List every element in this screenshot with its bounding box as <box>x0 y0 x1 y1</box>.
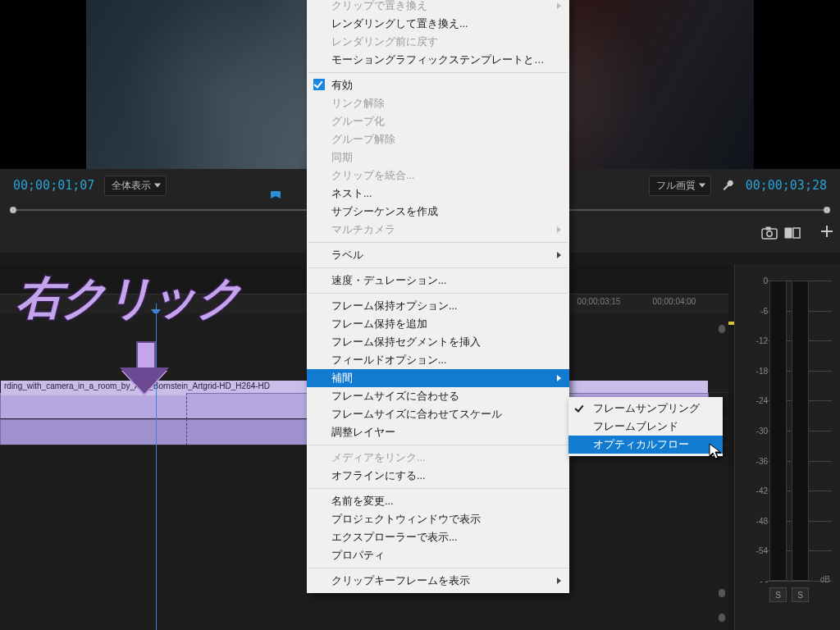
annotation-arrow-icon <box>121 341 167 399</box>
chevron-right-icon <box>557 2 561 9</box>
export-frame-icon[interactable] <box>761 226 781 244</box>
menu-item[interactable]: オフラインにする... <box>307 467 569 485</box>
menu-item[interactable]: レンダリングして置き換え... <box>307 15 569 33</box>
ruler-tick: 00;00;03;15 <box>578 297 621 306</box>
meter-grad-label: -54 <box>745 546 768 555</box>
solo-left-button[interactable]: S <box>769 587 787 602</box>
source-timecode[interactable]: 00;00;01;07 <box>13 178 94 193</box>
meter-grad-label: -12 <box>745 336 768 345</box>
meter-grad-label: 0 <box>745 276 768 285</box>
svg-rect-2 <box>766 227 770 230</box>
tracks-scrollbar[interactable] <box>719 325 725 622</box>
menu-item[interactable]: 調整レイヤー <box>307 423 569 441</box>
chevron-right-icon <box>557 375 561 381</box>
meter-channel-r <box>792 281 809 581</box>
menu-item[interactable]: モーショングラフィックステンプレートとして書き出し... <box>307 51 569 69</box>
menu-item[interactable]: ラベル <box>307 246 569 264</box>
svg-rect-4 <box>793 228 800 238</box>
submenu-item[interactable]: フレームブレンド <box>568 418 723 436</box>
ruler-tick: 00;00;04;00 <box>653 297 696 306</box>
submenu-item[interactable]: オプティカルフロー <box>568 436 723 454</box>
audio-meter: 0-6-12-18-24-30-36-42-48-54- - dB S S <box>734 264 840 630</box>
menu-item: メディアをリンク... <box>307 449 569 467</box>
menu-item: リンク解除 <box>307 94 569 112</box>
chevron-right-icon <box>557 226 561 233</box>
menu-item: クリップを統合... <box>307 167 569 185</box>
svg-rect-0 <box>762 229 777 239</box>
menu-item[interactable]: 有効 <box>307 76 569 94</box>
menu-item[interactable]: フレーム保持セグメントを挿入 <box>307 333 569 351</box>
check-icon <box>576 404 584 412</box>
menu-item[interactable]: クリップキーフレームを表示 <box>307 572 569 590</box>
program-quality-dropdown[interactable]: フル画質 <box>649 176 711 196</box>
menu-item: マルチカメラ <box>307 221 569 239</box>
svg-point-1 <box>767 231 772 236</box>
menu-item[interactable]: フレームサイズに合わせる <box>307 387 569 405</box>
menu-item[interactable]: フレームサイズに合わせてスケール <box>307 405 569 423</box>
source-zoom-dropdown[interactable]: 全体表示 <box>104 176 167 196</box>
meter-grad-label: -30 <box>745 427 768 436</box>
meter-unit: dB <box>820 575 830 584</box>
menu-item: クリップで置き換え <box>307 0 569 15</box>
program-timecode[interactable]: 00;00;03;28 <box>746 178 827 193</box>
menu-item: レンダリング前に戻す <box>307 33 569 51</box>
menu-item: グループ化 <box>307 112 569 130</box>
meter-channel-l <box>769 281 787 581</box>
menu-item[interactable]: プロジェクトウィンドウで表示 <box>307 510 569 528</box>
svg-rect-3 <box>785 228 792 238</box>
comparison-view-icon[interactable] <box>784 226 804 244</box>
annotation-label: 右クリック <box>16 267 241 330</box>
meter-grad-label: -48 <box>745 516 768 525</box>
meter-grad-label: -42 <box>745 486 768 495</box>
button-editor-icon[interactable] <box>819 223 835 240</box>
menu-item: 同期 <box>307 148 569 167</box>
menu-item[interactable]: サブシーケンスを作成 <box>307 203 569 221</box>
meter-grad-label: -36 <box>745 456 768 465</box>
submenu-item[interactable]: フレームサンプリング <box>568 399 723 418</box>
time-interpolation-submenu[interactable]: フレームサンプリングフレームブレンドオプティカルフロー <box>568 397 723 456</box>
meter-grad-label: -24 <box>745 396 768 405</box>
menu-item[interactable]: エクスプローラーで表示... <box>307 528 569 546</box>
meter-grad-label: -6 <box>745 306 768 315</box>
chevron-right-icon <box>557 252 561 258</box>
menu-item[interactable]: 速度・デュレーション... <box>307 272 569 290</box>
menu-item[interactable]: フィールドオプション... <box>307 351 569 369</box>
in-point-flag-icon <box>269 189 282 205</box>
meter-grad-label: - - <box>745 577 768 586</box>
menu-item[interactable]: 補間 <box>307 369 569 387</box>
mouse-cursor-icon <box>709 443 722 461</box>
menu-item[interactable]: プロパティ <box>307 546 569 564</box>
menu-item[interactable]: フレーム保持オプション... <box>307 297 569 315</box>
check-icon <box>313 79 325 90</box>
chevron-right-icon <box>557 578 561 584</box>
clip-context-menu[interactable]: クリップで置き換えレンダリングして置き換え...レンダリング前に戻すモーショング… <box>307 0 569 593</box>
menu-item: グループ解除 <box>307 130 569 148</box>
solo-right-button[interactable]: S <box>792 587 809 602</box>
wrench-icon[interactable] <box>721 178 736 193</box>
menu-item[interactable]: フレーム保持を追加 <box>307 315 569 333</box>
meter-grad-label: -18 <box>745 366 768 375</box>
menu-item[interactable]: ネスト... <box>307 185 569 203</box>
menu-item[interactable]: 名前を変更... <box>307 492 569 510</box>
